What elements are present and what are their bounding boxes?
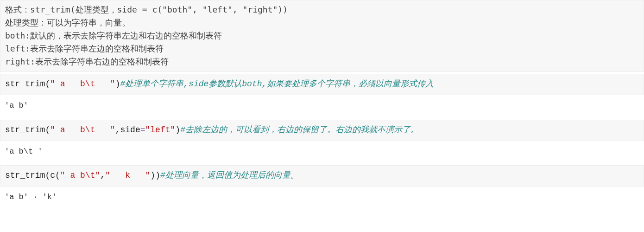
code-comment: #处理单个字符串,side参数默认both,如果要处理多个字符串，必须以向量形式… (120, 79, 434, 89)
output-cell-3: 'a b' · 'k' (0, 187, 644, 209)
code-cell-2: str_trim(" a b\t ",side="left")#去除左边的，可以… (0, 120, 644, 141)
arg-keyword: side (120, 125, 140, 135)
inner-paren-open: ( (55, 171, 60, 180)
string-arg-2: "left" (145, 125, 176, 135)
string-arg-1: " a b\t " (50, 125, 115, 135)
vector-item-1: " a b\t" (60, 171, 100, 180)
paren-open: ( (45, 125, 50, 135)
doc-line-4: left:表示去除字符串左边的空格和制表符 (5, 44, 164, 53)
equals-operator: = (140, 125, 145, 135)
inner-paren-close: ) (150, 171, 155, 180)
paren-open: ( (45, 79, 50, 89)
doc-line-3: both:默认的，表示去除字符串左边和右边的空格和制表符 (5, 31, 222, 40)
string-arg: " a b\t " (50, 79, 115, 89)
fn-name: str_trim (5, 125, 45, 135)
doc-line-1: 格式：str_trim(处理类型，side = c("both", "left"… (5, 5, 288, 14)
doc-line-2: 处理类型：可以为字符串，向量。 (5, 18, 130, 27)
code-cell-3: str_trim(c(" a b\t"," k "))#处理向量，返回值为处理后… (0, 165, 644, 187)
comma: , (115, 125, 120, 135)
paren-close: ) (175, 125, 180, 135)
doc-line-5: right:表示去除字符串右边的空格和制表符 (5, 57, 169, 66)
code-comment: #处理向量，返回值为处理后的向量。 (160, 171, 299, 180)
comma: , (100, 171, 105, 180)
code-cell-1: str_trim(" a b\t ")#处理单个字符串,side参数默认both… (0, 74, 644, 95)
doc-description-block: 格式：str_trim(处理类型，side = c("both", "left"… (0, 0, 644, 72)
fn-name: str_trim (5, 171, 45, 180)
output-cell-1: 'a b' (0, 95, 644, 117)
vector-item-2: " k " (105, 171, 150, 180)
fn-name: str_trim (5, 79, 45, 89)
output-cell-2: 'a b\t ' (0, 141, 644, 163)
code-comment: #去除左边的，可以看到，右边的保留了。右边的我就不演示了。 (180, 125, 419, 135)
paren-close: ) (155, 171, 160, 180)
c-function: c (50, 171, 55, 180)
paren-close: ) (115, 79, 120, 89)
paren-open: ( (45, 171, 50, 180)
